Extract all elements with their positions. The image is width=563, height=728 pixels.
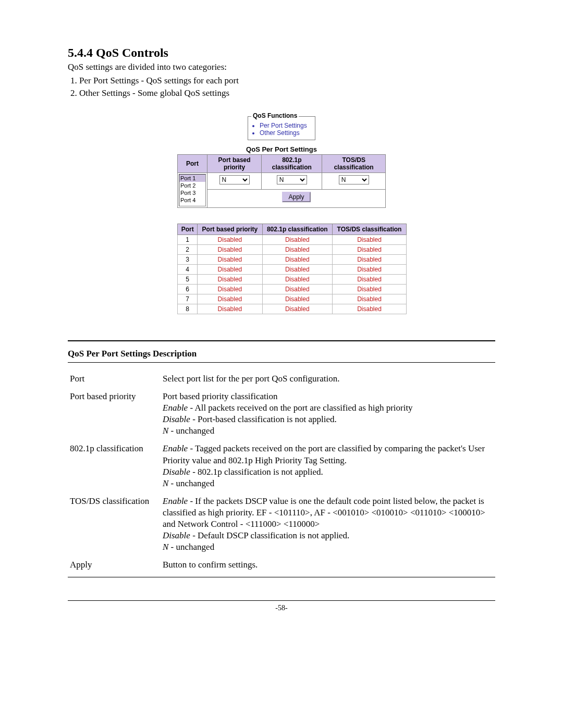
desc-body: Select port list for the per port QoS co… bbox=[161, 370, 495, 388]
port-option[interactable]: Port 3 bbox=[179, 189, 205, 196]
port-priority-select[interactable]: N bbox=[219, 175, 250, 184]
page-number: -58- bbox=[68, 604, 495, 612]
status-col-port: Port bbox=[178, 224, 198, 235]
port-option[interactable]: Port 4 bbox=[179, 196, 205, 204]
section-heading: 5.4.4 QoS Controls bbox=[68, 46, 495, 60]
description-table: Port Select port list for the per port Q… bbox=[68, 370, 495, 574]
per-port-heading: QoS Per Port Settings bbox=[177, 145, 386, 153]
desc-term-pbp: Port based priority bbox=[68, 388, 161, 440]
description-heading: QoS Per Port Settings Description bbox=[68, 349, 495, 359]
section-number: 5.4.4 bbox=[68, 46, 93, 59]
qos-functions-box: QoS Functions Per Port Settings Other Se… bbox=[248, 116, 315, 140]
port-select-listbox[interactable]: Port 1 Port 2 Port 3 Port 4 bbox=[179, 174, 206, 206]
desc-term-tosds: TOS/DS classification bbox=[68, 492, 161, 556]
col-header-8021p: 802.1p classification bbox=[262, 155, 322, 173]
status-col-priority: Port based priority bbox=[198, 224, 262, 235]
divider bbox=[68, 577, 495, 577]
desc-body: Port based priority classification Enabl… bbox=[161, 388, 495, 440]
divider bbox=[68, 340, 495, 341]
port-option[interactable]: Port 1 bbox=[179, 175, 205, 182]
divider bbox=[68, 362, 495, 363]
col-header-port-priority: Port based priority bbox=[207, 155, 262, 173]
list-item: Per Port Settings - QoS settings for eac… bbox=[79, 76, 495, 86]
8021p-select[interactable]: N bbox=[277, 175, 307, 184]
desc-body: Enable - Tagged packets received on the … bbox=[161, 440, 495, 492]
per-port-config-table: Port Port based priority 802.1p classifi… bbox=[177, 154, 386, 208]
intro-text: QoS settings are divided into two catego… bbox=[68, 62, 495, 72]
table-row: 1DisabledDisabledDisabled bbox=[178, 235, 407, 245]
per-port-status-table: Port Port based priority 802.1p classifi… bbox=[177, 224, 407, 314]
tosds-select[interactable]: N bbox=[339, 175, 369, 184]
table-row: 7DisabledDisabledDisabled bbox=[178, 294, 407, 304]
table-row: 4DisabledDisabledDisabled bbox=[178, 265, 407, 275]
desc-body: Button to confirm settings. bbox=[161, 556, 495, 574]
status-col-8021p: 802.1p classification bbox=[262, 224, 333, 235]
table-row: 5DisabledDisabledDisabled bbox=[178, 275, 407, 285]
table-row: 8DisabledDisabledDisabled bbox=[178, 304, 407, 314]
desc-term-port: Port bbox=[68, 370, 161, 388]
list-item: Other Settings - Some global QoS setting… bbox=[79, 88, 495, 98]
qos-functions-legend: QoS Functions bbox=[251, 112, 299, 119]
col-header-tosds: TOS/DS classification bbox=[322, 155, 386, 173]
footer-divider bbox=[68, 600, 495, 601]
port-option[interactable]: Port 2 bbox=[179, 182, 205, 189]
desc-term-apply: Apply bbox=[68, 556, 161, 574]
apply-button[interactable]: Apply bbox=[282, 192, 310, 202]
table-row: 2DisabledDisabledDisabled bbox=[178, 245, 407, 255]
qos-functions-link-other[interactable]: Other Settings bbox=[260, 129, 311, 137]
table-row: 6DisabledDisabledDisabled bbox=[178, 285, 407, 294]
qos-functions-link-per-port[interactable]: Per Port Settings bbox=[260, 122, 311, 129]
qos-figure: QoS Functions Per Port Settings Other Se… bbox=[177, 116, 386, 314]
col-header-port: Port bbox=[178, 155, 207, 173]
table-row: 3DisabledDisabledDisabled bbox=[178, 255, 407, 265]
section-title-text: QoS Controls bbox=[96, 46, 168, 59]
desc-body: Enable - If the packets DSCP value is on… bbox=[161, 492, 495, 556]
intro-list: Per Port Settings - QoS settings for eac… bbox=[79, 76, 495, 98]
desc-term-8021p: 802.1p classification bbox=[68, 440, 161, 492]
status-col-tosds: TOS/DS classification bbox=[333, 224, 407, 235]
